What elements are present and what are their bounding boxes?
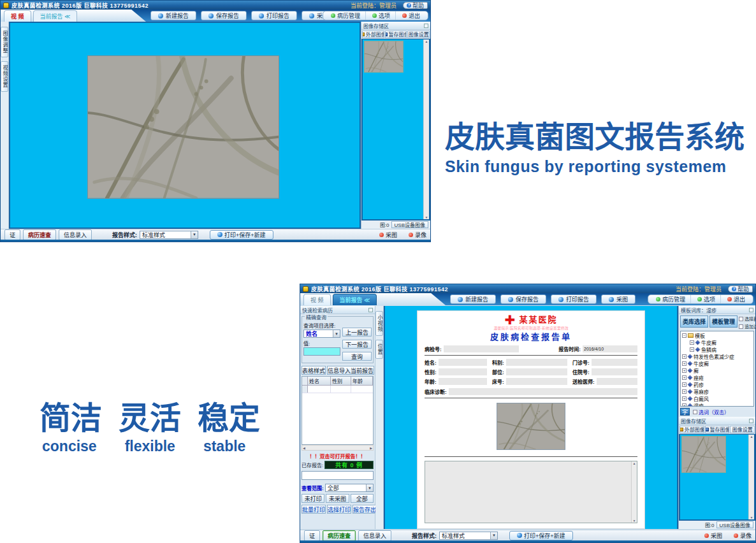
tree-plus-icon[interactable]: +: [682, 382, 687, 387]
print-report-button[interactable]: 打印报告: [251, 11, 297, 20]
panel-collapse-button[interactable]: [749, 308, 753, 312]
view-range-select[interactable]: 全部 ▼: [325, 484, 374, 492]
side-tab-image-adjust[interactable]: 图像调整: [1, 27, 8, 57]
record-video-button[interactable]: 录像: [734, 532, 752, 540]
table-row[interactable]: [302, 386, 373, 393]
image-settings-button[interactable]: 图像设置: [407, 31, 430, 38]
batch-print-button[interactable]: 批量打印: [302, 505, 326, 514]
panel-collapse-button[interactable]: [424, 24, 428, 28]
query-value-input[interactable]: [303, 347, 340, 356]
tree-item-root[interactable]: −模板: [682, 332, 753, 339]
template-manage-button[interactable]: 模板管理: [709, 315, 738, 328]
tree-item[interactable]: +牛皮癣: [682, 339, 753, 346]
capture-button[interactable]: 采图: [601, 294, 636, 304]
next-report-button[interactable]: 下一报告: [342, 340, 372, 349]
print-report-button[interactable]: 打印报告: [551, 294, 597, 304]
query-field-select[interactable]: 姓名 ▼: [303, 329, 340, 338]
side-tab-mini-video[interactable]: 小视频: [375, 311, 383, 336]
tree-minus-icon[interactable]: −: [682, 333, 687, 338]
library-select-button[interactable]: 类库选择: [680, 315, 708, 328]
previous-report-button[interactable]: 上一报告: [342, 328, 372, 337]
results-table[interactable]: 姓名 性别 年龄: [302, 376, 374, 445]
save-report-button[interactable]: 保存报告: [201, 11, 247, 20]
stored-image-thumbnail[interactable]: [681, 436, 726, 473]
table-style-button[interactable]: 表格样式: [302, 366, 326, 375]
image-settings-button[interactable]: 图像设置: [730, 426, 755, 433]
records-button[interactable]: 病历管理: [326, 11, 366, 20]
stored-image-thumbnail[interactable]: [364, 41, 403, 73]
record-video-button[interactable]: 录像: [409, 231, 426, 239]
quick-search-button[interactable]: 病历速查: [23, 229, 56, 240]
filter-unprinted-button[interactable]: 未打印: [302, 494, 324, 503]
exit-button[interactable]: 退出: [722, 295, 750, 303]
new-report-button[interactable]: 新建报告: [150, 11, 196, 20]
selector-checkbox[interactable]: 选择器: [739, 315, 756, 322]
horizontal-scrollbar[interactable]: ◀▶: [302, 445, 374, 451]
capture-image-button[interactable]: 采图: [704, 532, 722, 540]
help-button[interactable]: ? 帮助: [403, 2, 428, 9]
info-entry-button[interactable]: 信息录入: [358, 530, 391, 541]
tree-item[interactable]: +药疹: [682, 381, 753, 388]
print-save-new-button[interactable]: 打印+保存+新建: [509, 531, 573, 540]
tree-plus-icon[interactable]: +: [682, 361, 687, 366]
tree-plus-icon[interactable]: +: [682, 368, 687, 373]
tab-video[interactable]: 视 频: [303, 294, 331, 305]
tree-item[interactable]: +痤疮: [682, 374, 753, 381]
vertical-scrollbar[interactable]: ▲▼: [423, 40, 429, 219]
select-print-button[interactable]: 选择打印: [327, 505, 351, 514]
options-button[interactable]: 选项: [692, 295, 721, 303]
report-style-select[interactable]: 标准样式 ▼: [140, 231, 198, 239]
scroll-down-icon[interactable]: ▼: [633, 519, 636, 523]
vertical-scrollbar[interactable]: ▲▼: [748, 435, 754, 519]
usb-device-image-button[interactable]: USB设备图像: [716, 521, 753, 528]
panel-collapse-button[interactable]: [749, 419, 753, 423]
quick-search-button[interactable]: 病历速查: [323, 530, 356, 541]
filter-all-button[interactable]: 全部: [351, 494, 374, 503]
image-store-list[interactable]: ▲▼: [679, 434, 755, 521]
tree-item[interactable]: +特发性色素减少症: [682, 353, 753, 360]
tree-plus-icon[interactable]: +: [682, 389, 687, 394]
report-notes-area[interactable]: ▲▼: [425, 461, 637, 523]
tree-plus-icon[interactable]: +: [682, 375, 687, 380]
help-button[interactable]: ? 帮助: [728, 286, 753, 293]
tab-current-report[interactable]: 当前报告 ≪: [333, 294, 377, 305]
live-video-area[interactable]: [9, 22, 361, 229]
scroll-down-icon[interactable]: ▼: [425, 215, 428, 219]
scroll-down-icon[interactable]: ▼: [750, 516, 753, 519]
options-button[interactable]: 选项: [367, 11, 396, 20]
temp-image-button[interactable]: 暂存图像: [705, 426, 730, 433]
side-tab-position[interactable]: 位置: [375, 340, 383, 359]
records-button[interactable]: 病历管理: [651, 295, 691, 303]
append-checkbox[interactable]: 追加选入: [739, 323, 756, 329]
tree-plus-icon[interactable]: +: [690, 340, 694, 345]
scroll-up-icon[interactable]: ▲: [750, 435, 753, 438]
tree-item[interactable]: +鱼鳞病: [682, 346, 753, 353]
external-image-button[interactable]: 外部图像: [680, 426, 704, 433]
template-tree[interactable]: −模板 +牛皮癣 +鱼鳞病 +特发性色素减少症 +牛皮癣 +癣 +痤疮 +药疹 …: [680, 331, 754, 407]
side-tab-video-settings[interactable]: 视频设置: [1, 61, 8, 92]
report-style-select[interactable]: 标准样式 ▼: [439, 532, 498, 540]
tree-item[interactable]: +湿疹: [682, 402, 753, 407]
tree-item[interactable]: +牛皮癣: [682, 360, 753, 367]
scroll-left-icon[interactable]: ◀: [303, 446, 305, 450]
tab-video[interactable]: 视 频: [4, 10, 31, 22]
image-store-list[interactable]: ▲▼: [361, 39, 430, 221]
scroll-up-icon[interactable]: ▲: [425, 40, 428, 43]
info-entry-button[interactable]: 信息录入: [59, 229, 92, 240]
cert-button[interactable]: 证: [4, 229, 20, 240]
export-report-button[interactable]: 报告存出: [353, 505, 377, 514]
tree-plus-icon[interactable]: +: [682, 396, 687, 401]
print-save-new-button[interactable]: 打印+保存+新建: [210, 230, 273, 240]
capture-image-button[interactable]: 采图: [379, 231, 397, 239]
vertical-scrollbar[interactable]: ▲▼: [631, 461, 637, 523]
character-button[interactable]: 字: [680, 408, 690, 416]
panel-collapse-button[interactable]: [368, 308, 373, 312]
scroll-right-icon[interactable]: ▶: [370, 446, 372, 450]
filter-uncaptured-button[interactable]: 未采图: [326, 494, 349, 503]
tree-plus-icon[interactable]: +: [682, 354, 687, 359]
save-report-button[interactable]: 保存报告: [500, 294, 546, 304]
search-button[interactable]: 查询: [342, 352, 372, 361]
temp-image-button[interactable]: 暂存图像: [385, 31, 407, 38]
tree-item[interactable]: +荨麻疹: [682, 388, 753, 395]
saved-report-input[interactable]: [302, 471, 374, 480]
